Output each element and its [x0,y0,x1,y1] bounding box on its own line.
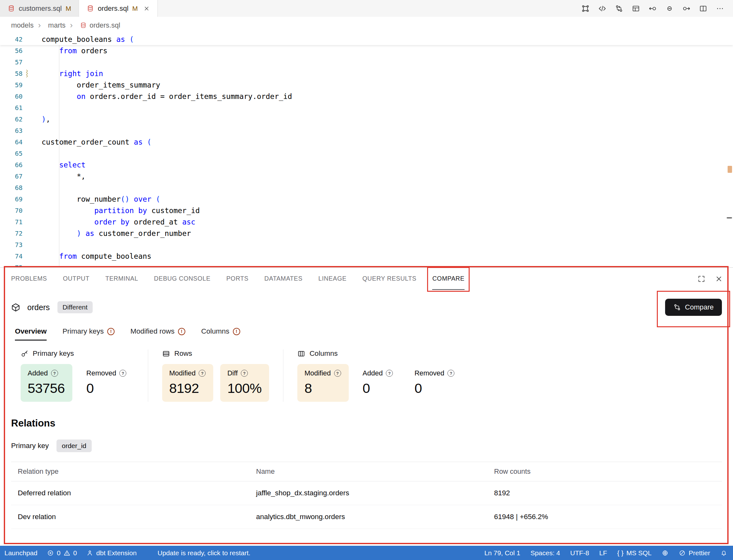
status-notifications[interactable] [720,550,727,557]
status-update-message[interactable]: Update is ready, click to restart. [158,549,251,557]
split-editor-icon[interactable] [699,4,707,13]
sql-file-icon [8,5,15,12]
code-line[interactable]: 63 [0,125,733,136]
stat-value: 0 [86,381,126,396]
panel-tab-output[interactable]: OUTPUT [63,268,89,290]
code-line[interactable]: 72 ) as customer_order_number [0,228,733,239]
git-compare-icon[interactable] [615,4,623,13]
status-encoding[interactable]: UTF-8 [570,549,589,557]
help-icon[interactable] [448,370,455,377]
panel-tab-lineage[interactable]: LINEAGE [318,268,346,290]
panel-tab-problems[interactable]: PROBLEMS [11,268,47,290]
warning-icon [233,328,240,335]
compare-button-label: Compare [685,303,714,311]
warning-icon [107,328,114,335]
breadcrumb-item-marts[interactable]: marts [34,20,66,30]
status-bar-right: Ln 79, Col 1 Spaces: 4 UTF-8 LF { } MS S… [484,546,727,560]
wheel-icon [662,550,669,557]
status-problems[interactable]: 0 0 [47,549,77,557]
code-line[interactable]: 69 row_number() over ( [0,193,733,205]
code-line[interactable]: 67 *, [0,171,733,182]
breadcrumb-item-models[interactable]: models [11,21,34,29]
code-line[interactable]: 66 select [0,159,733,171]
code-line[interactable]: 62), [0,114,733,125]
breadcrumb[interactable]: modelsmartsorders.sql [0,17,733,34]
code-line[interactable]: 61 [0,102,733,114]
view-tab-overview[interactable]: Overview [15,327,47,341]
primary-key-value-badge: order_id [56,440,92,452]
code-line[interactable]: 57 [0,56,733,68]
panel-tab-ports[interactable]: PORTS [226,268,248,290]
maximize-panel-icon[interactable] [697,275,705,283]
arrow-left-circle-icon[interactable] [649,4,657,13]
panel-tab-datamates[interactable]: DATAMATES [264,268,302,290]
circle-dash-icon[interactable] [665,4,674,13]
query-results-icon[interactable] [632,4,640,13]
code-line[interactable]: 59 order_items_summary [0,79,733,91]
stat-label: Modified [169,369,206,377]
stat-card-primary-keys-added: Added53756 [21,364,72,402]
code-line[interactable]: 42compute_booleans as ( [0,34,733,45]
status-dbt-extension[interactable]: dbt Extension [86,549,136,557]
status-indentation[interactable]: Spaces: 4 [531,549,560,557]
panel-tab-compare[interactable]: COMPARE [432,268,464,290]
sticky-scroll[interactable]: 42compute_booleans as ( [0,34,733,45]
line-number: 74 [0,251,23,262]
overview-ruler[interactable] [726,34,733,267]
help-icon[interactable] [119,370,126,377]
code-line[interactable]: 70 partition by customer_id [0,205,733,216]
status-launchpad[interactable]: Launchpad [4,549,37,557]
primary-key-label: Primary key [11,442,49,450]
help-icon[interactable] [334,370,341,377]
line-text: from orders [42,45,108,56]
code-icon[interactable] [598,4,606,13]
editor-tab-orders-sql[interactable]: orders.sqlM [79,0,158,17]
help-icon[interactable] [51,370,58,377]
code-line[interactable]: 60 on orders.order_id = order_items_summ… [0,91,733,102]
code-line[interactable]: 75 [0,262,733,267]
help-icon[interactable] [386,370,393,377]
view-tab-modified-rows[interactable]: Modified rows [130,327,185,341]
editor-tab-customers-sql[interactable]: customers.sqlM [0,0,79,17]
code-line[interactable]: 74 from compute_booleans [0,251,733,262]
bell-icon [720,550,727,557]
code-line[interactable]: 68 [0,182,733,193]
code-line[interactable]: 56 from orders [0,45,733,56]
help-icon[interactable] [199,370,206,377]
code-line[interactable]: 58 right join [0,68,733,79]
relations-table: Relation typeNameRow counts Deferred rel… [11,462,722,529]
prettier-label: Prettier [689,549,710,557]
table-row[interactable]: Deferred relationjaffle_shop_dx.staging.… [11,481,722,505]
view-tab-primary-keys[interactable]: Primary keys [62,327,114,341]
status-cursor-position[interactable]: Ln 79, Col 1 [484,549,520,557]
close-tab-icon[interactable] [143,5,150,12]
panel-tab-debug-console[interactable]: DEBUG CONSOLE [154,268,210,290]
more-actions-icon[interactable] [716,4,724,13]
line-number: 56 [0,45,23,56]
code-line[interactable]: 65 [0,148,733,159]
table-cell: Dev relation [11,505,249,529]
code-line[interactable]: 73 [0,239,733,251]
status-language-mode[interactable]: { } MS SQL [617,549,651,557]
panel-tab-query-results[interactable]: QUERY RESULTS [362,268,416,290]
diff-status-badge: Different [57,301,93,313]
status-eol[interactable]: LF [599,549,607,557]
panel-tab-terminal[interactable]: TERMINAL [105,268,138,290]
breadcrumb-item-orders-sql[interactable]: orders.sql [66,20,120,30]
status-prettier[interactable]: Prettier [679,549,710,557]
code-editor[interactable]: 42compute_booleans as ( 56 from orders57… [0,34,733,267]
stat-value: 100% [227,381,261,396]
dbt-power-user-icon[interactable] [581,4,590,13]
view-tab-columns[interactable]: Columns [201,327,240,341]
arrow-right-circle-icon[interactable] [682,4,690,13]
code-line[interactable]: 71 order by ordered_at asc [0,216,733,228]
close-panel-icon[interactable] [715,275,723,283]
code-line[interactable]: 64customer_order_count as ( [0,136,733,148]
status-feedback[interactable] [662,550,669,557]
line-number: 71 [0,216,23,228]
compare-button[interactable]: Compare [665,299,722,316]
table-row[interactable]: Dev relationanalytics.dbt_mwong.orders61… [11,505,722,529]
help-icon[interactable] [241,370,248,377]
stat-card-rows-modified: Modified8192 [162,364,213,402]
dbt-extension-icon [86,550,93,557]
